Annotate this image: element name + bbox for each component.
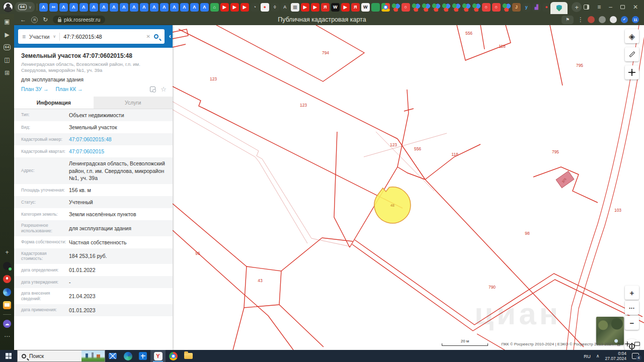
avito-favicon[interactable]: Λ [90,3,98,12]
plan-kk-link[interactable]: План КК → [56,86,83,92]
notifications-icon[interactable]: 4 [632,353,639,359]
pkk-cluster-favicon[interactable] [412,3,420,12]
taskbar-app-edge[interactable] [120,350,135,362]
avito-favicon[interactable]: Λ [150,3,158,12]
orange-curl-favicon[interactable]: J [512,3,521,12]
add-panel-icon[interactable]: + [5,249,9,256]
taskbar-search-box[interactable]: Поиск [17,350,105,362]
menu-icon[interactable]: ≡ [22,33,26,40]
cian-home-favicon[interactable]: ⌂ [210,3,219,12]
youtube-favicon[interactable]: ▶ [301,3,309,12]
mail-icon[interactable] [3,301,11,309]
chart-favicon[interactable]: ▟ [532,3,541,12]
pkk-cluster-favicon[interactable] [472,3,480,12]
water-drop-favicon[interactable]: ◊ [271,3,279,12]
document-favicon[interactable]: ▤ [291,3,299,12]
speed-dial-favicon[interactable]: ◔ [251,3,259,12]
avito-favicon[interactable]: Λ [200,3,209,12]
search-bar[interactable]: ≡ Участки ∨ 47:7:602015:48 ✕ [18,29,165,44]
clear-search-icon[interactable]: ✕ [146,34,150,39]
cadastral-map[interactable]: циан 79455611879512312312355611879510398… [173,25,644,350]
pkk-cluster-favicon[interactable] [442,3,450,12]
pkk-cluster-favicon[interactable] [432,3,440,12]
tabs-panel-icon[interactable]: ▣ [4,18,10,25]
pkk-cluster-favicon[interactable] [502,3,511,12]
zoom-more-button[interactable]: ••• [625,301,639,315]
taskbar-app-mail[interactable] [105,350,120,362]
plan-view-icon[interactable] [150,86,155,92]
avito-favicon[interactable]: Λ [160,3,169,12]
google-maps-favicon[interactable]: ● [261,3,269,12]
youtube-favicon[interactable]: ▶ [230,3,239,12]
yandex-button[interactable]: Я [31,17,38,23]
measure-button[interactable] [625,47,639,61]
chevron-down-icon[interactable]: ∨ [53,34,56,39]
avito-favicon[interactable]: Λ [39,3,48,12]
speed-badge[interactable]: 64 [4,44,11,50]
avito-favicon[interactable]: Λ [170,3,179,12]
red-dot-favicon[interactable]: ○ [482,3,491,12]
language-indicator[interactable]: RU [584,353,591,359]
disk-icon[interactable] [3,288,11,296]
screenshot-icon[interactable]: ◫ [4,56,10,63]
clock[interactable]: 0:04 27.07.2024 [605,351,626,361]
pkk-cluster-favicon[interactable] [422,3,430,12]
yandex-favicon[interactable]: Я [351,3,360,12]
extension-glove-icon[interactable] [610,16,617,23]
avito-favicon[interactable]: Λ [120,3,128,12]
downloads-badge[interactable]: 11 [632,16,639,23]
browser-menu-icon[interactable]: ≡ [597,4,601,11]
tray-expand-chevron[interactable]: ∧ [596,353,600,358]
extension-icon[interactable] [588,16,595,23]
bookmark-icon[interactable]: ⚑ [561,16,574,24]
yandex-favicon[interactable]: Я [321,3,330,12]
tab-услуги[interactable]: Услуги [94,97,173,109]
pkk-cluster-favicon[interactable] [462,3,470,12]
tab-group-pill[interactable]: 64 ∨ [15,2,35,12]
pkk-cluster-favicon[interactable] [391,3,400,12]
letter-a-favicon[interactable]: A [281,3,289,12]
avito-favicon[interactable]: Λ [110,3,118,12]
maps-pin-icon[interactable] [3,275,11,283]
green-square-favicon[interactable] [371,3,380,12]
search-category-select[interactable]: Участки [29,34,49,40]
profile-avatar-icon[interactable] [3,2,13,12]
layers-button[interactable]: ◈ [625,29,639,43]
info-value[interactable]: 47:07:0602015 [69,148,104,155]
protect-check-icon[interactable]: ✓ [621,16,628,23]
red-pin-favicon[interactable]: ● [542,3,548,12]
avito-favicon[interactable]: Λ [180,3,189,12]
messenger-icon[interactable] [3,262,11,270]
refresh-button[interactable]: ↻ [43,16,48,23]
wikipedia-favicon[interactable]: W [331,3,340,12]
red-dot-favicon[interactable]: ○ [492,3,501,12]
side-panels-icon[interactable] [584,5,589,10]
info-value[interactable]: 47:07:0602015:48 [69,136,112,143]
url-field[interactable]: pkk.rosreestr.ru [53,16,105,24]
start-button[interactable] [0,350,17,362]
plan-zu-link[interactable]: План ЗУ → [21,86,49,92]
red-dot-favicon[interactable]: ○ [401,3,410,12]
avito-favicon[interactable]: Λ [69,3,78,12]
youtube-favicon[interactable]: ▶ [240,3,249,12]
home-icon[interactable]: ⌂ [617,341,620,347]
play-icon[interactable]: ▶ [5,31,9,38]
avito-favicon[interactable]: Λ [59,3,68,12]
avito-badge-favicon[interactable]: 84 [49,3,58,12]
close-icon[interactable]: ✕ [633,4,638,11]
center-icon[interactable] [625,341,630,346]
youtube-favicon[interactable]: ▶ [220,3,229,12]
tab-информация[interactable]: Информация [14,97,94,109]
blue-y-favicon[interactable]: y [522,3,531,12]
active-tab-pkk[interactable] [550,2,568,14]
avito-favicon[interactable]: Λ [130,3,138,12]
taskbar-app-chrome[interactable] [166,350,181,362]
avito-favicon[interactable]: Λ [140,3,148,12]
youtube-favicon[interactable]: ▶ [341,3,350,12]
avito-favicon[interactable]: Λ [100,3,108,12]
restore-icon[interactable] [620,5,625,9]
more-menu-icon[interactable]: ⋮ [578,16,584,23]
favorite-star-icon[interactable]: ☆ [160,86,167,93]
pkk-cluster-favicon[interactable] [452,3,460,12]
chrome-favicon[interactable] [381,3,390,12]
